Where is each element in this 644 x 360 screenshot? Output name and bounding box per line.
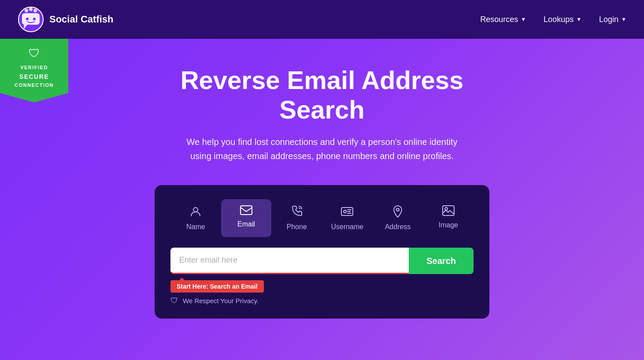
svg-point-3	[26, 18, 29, 20]
svg-point-6	[29, 7, 33, 11]
nav-links: Resources ▼ Lookups ▼ Login ▼	[480, 15, 626, 24]
resources-caret-icon: ▼	[521, 16, 526, 22]
email-icon	[240, 205, 252, 217]
search-tabs: Name Email	[170, 199, 474, 237]
privacy-row: 🛡 We Respect Your Privacy.	[170, 296, 474, 305]
svg-rect-9	[241, 206, 252, 215]
svg-point-11	[344, 210, 346, 213]
svg-point-12	[396, 208, 399, 211]
svg-rect-13	[443, 206, 454, 215]
start-here-tooltip: Start Here: Search an Email	[170, 280, 264, 293]
tab-image[interactable]: Image	[423, 199, 474, 237]
logo-icon	[18, 6, 44, 33]
tab-email[interactable]: Email	[221, 199, 272, 237]
lookups-caret-icon: ▼	[576, 16, 581, 22]
svg-point-14	[445, 208, 448, 210]
svg-point-5	[25, 9, 28, 12]
email-input[interactable]	[170, 248, 409, 274]
phone-icon	[291, 205, 303, 219]
privacy-shield-icon: 🛡	[170, 296, 178, 305]
input-row: Start Here: Search an Email Search	[170, 248, 474, 274]
hero-subtitle: We help you find lost connections and ve…	[185, 135, 459, 163]
tab-address[interactable]: Address	[373, 199, 423, 237]
tab-name[interactable]: Name	[170, 199, 221, 237]
image-icon	[442, 205, 455, 218]
hero-section: 🛡 VERIFIED SECURE CONNECTION Reverse Ema…	[0, 39, 644, 360]
nav-login[interactable]: Login ▼	[599, 15, 626, 24]
tab-username[interactable]: Username	[322, 199, 373, 237]
navbar: Social Catfish Resources ▼ Lookups ▼ Log…	[0, 0, 644, 39]
svg-point-4	[33, 18, 36, 20]
svg-point-8	[193, 208, 198, 212]
username-icon	[341, 205, 353, 219]
nav-resources[interactable]: Resources ▼	[480, 15, 526, 24]
logo-link[interactable]: Social Catfish	[18, 6, 113, 33]
login-caret-icon: ▼	[621, 16, 626, 22]
svg-point-7	[33, 9, 37, 12]
address-icon	[393, 205, 403, 219]
verified-badge-text: VERIFIED SECURE CONNECTION	[15, 64, 54, 89]
shield-icon: 🛡	[29, 47, 40, 60]
tab-phone[interactable]: Phone	[271, 199, 322, 237]
hero-title: Reverse Email Address Search	[141, 65, 503, 124]
verified-secure-badge: 🛡 VERIFIED SECURE CONNECTION	[0, 39, 68, 103]
name-icon	[189, 205, 202, 219]
search-button[interactable]: Search	[409, 248, 474, 274]
search-card: Name Email	[155, 185, 489, 319]
logo-text: Social Catfish	[49, 14, 113, 25]
privacy-text: We Respect Your Privacy.	[183, 297, 259, 304]
nav-lookups[interactable]: Lookups ▼	[544, 15, 581, 24]
